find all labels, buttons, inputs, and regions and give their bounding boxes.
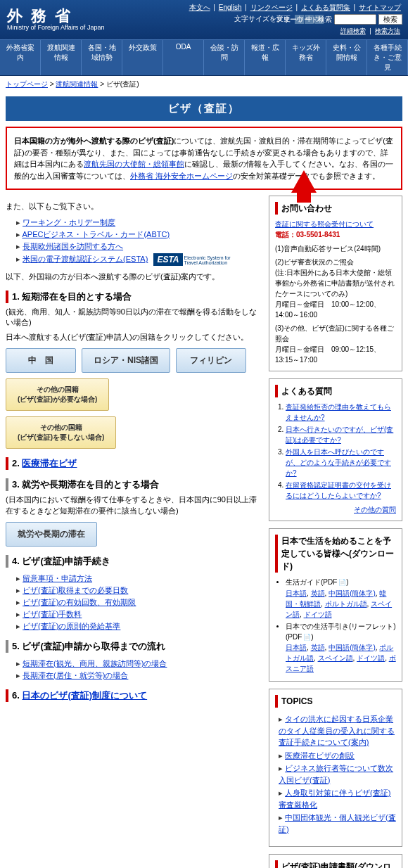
faq-link[interactable]: よくある質問集 xyxy=(301,4,350,11)
other-visa-exempt-button[interactable]: その他の国籍 (ビザ(査証)を要しない場合) xyxy=(6,416,116,449)
esta-link[interactable]: 米国の電子渡航認証システム(ESTA) xyxy=(23,255,148,263)
topics-box: TOPICS タイの洪水に起因する日系企業のタイ人従業員の受入れに関する査証手続… xyxy=(269,689,402,847)
bc-travel[interactable]: 渡航関連情報 xyxy=(56,80,98,88)
sec4-heading: 4. ビザ(査証)申請手続き xyxy=(6,555,262,568)
topics-items-3[interactable]: 人身取引対策に伴うビザ(査証)審査厳格化 xyxy=(279,789,390,809)
nav-item-0[interactable]: 外務省案内 xyxy=(0,40,41,75)
breadcrumb: トップページ > 渡航関連情報 > ビザ(査証) xyxy=(0,76,408,93)
nav-item-5[interactable]: 会談・訪問 xyxy=(204,40,245,75)
sidebar: お問い合わせ 査証に関する照会受付について 電話：03-5501-8431 (1… xyxy=(269,196,402,868)
search: フリーワード検索 検索 xyxy=(276,14,402,25)
english-link[interactable]: English xyxy=(219,4,242,11)
sec2-heading: 2. 医療滞在ビザ xyxy=(6,457,262,470)
russia-nis-button[interactable]: ロシア・NIS諸国 xyxy=(82,348,170,373)
work-longstay-button[interactable]: 就労や長期の滞在 xyxy=(6,522,97,547)
nav-item-3[interactable]: 外交政策 xyxy=(122,40,163,75)
sec4-links-1[interactable]: ビザ(査証)取得までの必要日数 xyxy=(23,586,128,594)
visa-system-link[interactable]: 日本のビザ(査証)制度について xyxy=(22,690,147,701)
sec3-heading: 3. 就労や長期滞在を目的とする場合 xyxy=(6,478,262,491)
dl1-1[interactable]: 英語 xyxy=(311,589,325,597)
other-visa-required-button[interactable]: その他の国籍 (ビザ(査証)が必要な場合) xyxy=(6,378,109,411)
topics-items-1[interactable]: 医療滞在ビザの創設 xyxy=(285,751,355,760)
search-button[interactable]: 検索 xyxy=(378,14,402,25)
dl1-4[interactable]: ポルトガル語 xyxy=(325,600,367,608)
sec4-links-4[interactable]: ビザ(査証)の原則的発給基準 xyxy=(23,622,120,630)
embassy-link[interactable]: 渡航先国の大使館・総領事館 xyxy=(84,160,184,168)
main-content: また、以下もご覧下さい。 ワーキング・ホリデー制度 APECビジネス・トラベル・… xyxy=(6,196,262,868)
sec4-links-3[interactable]: ビザ(査証)手数料 xyxy=(23,610,82,618)
sec5-links-0[interactable]: 短期滞在(観光、商用、親族訪問等)の場合 xyxy=(23,659,167,668)
sec6-heading: 6. 日本のビザ(査証)制度について xyxy=(6,689,262,702)
inquiry-box: お問い合わせ 査証に関する照会受付について 電話：03-5501-8431 (1… xyxy=(269,196,402,371)
dl1-6[interactable]: ドイツ語 xyxy=(304,611,332,618)
bc-top[interactable]: トップページ xyxy=(6,80,48,88)
notice-box: 日本国籍の方が海外へ渡航する際のビザ(査証)については、渡航先国・渡航目的・滞在… xyxy=(6,127,402,190)
intro-links: ワーキング・ホリデー制度 APECビジネス・トラベル・カード(ABTC) 長期欧… xyxy=(16,217,262,266)
topics-items-2[interactable]: ビジネス旅行者等について数次入国ビザ(査証) xyxy=(279,764,393,784)
site-logo-sub: Ministry of Foreign Affairs of Japan xyxy=(7,24,104,31)
working-holiday[interactable]: ワーキング・ホリデー制度 xyxy=(23,218,115,226)
topics-items-0[interactable]: タイの洪水に起因する日系企業のタイ人従業員の受入れに関する査証手続きについて(案… xyxy=(279,715,395,746)
search-input[interactable] xyxy=(334,14,376,25)
nav-item-9[interactable]: 各種手続き・ご意見 xyxy=(367,40,408,75)
sec5-links-1[interactable]: 長期滞在(居住・就労等)の場合 xyxy=(23,671,128,679)
faq-items-2[interactable]: 外国人を日本へ呼びたいのですが、どのような手続きが必要ですか? xyxy=(286,448,391,477)
download-box: 日本で生活を始めることを予定している皆様へ(ダウンロード) 生活ガイド(PDF)… xyxy=(269,528,402,682)
europe-visit[interactable]: 長期欧州諸国を訪問する方へ xyxy=(23,242,123,250)
nav-item-7[interactable]: キッズ外務省 xyxy=(286,40,326,75)
dl2-5[interactable]: ドイツ語 xyxy=(357,654,385,662)
search-help[interactable]: 検索方法 xyxy=(375,27,400,34)
faq-box: よくある質問 査証発給拒否の理由を教えてもらえませんか?日本へ行きたいのですが、… xyxy=(269,378,402,521)
sitemap-link[interactable]: サイトマップ xyxy=(359,4,401,11)
faq-items-3[interactable]: 在留資格認定証明書の交付を受けるにはどうしたらよいですか? xyxy=(286,481,391,499)
inquiry-link[interactable]: 査証に関する照会受付について xyxy=(275,220,374,228)
sec4-links-0[interactable]: 留意事項・申請方法 xyxy=(23,574,92,582)
medical-visa-link[interactable]: 医療滞在ビザ xyxy=(22,458,77,468)
nav-item-8[interactable]: 史料・公開情報 xyxy=(326,40,367,75)
sec5-heading: 5. ビザ(査証)申請から取得までの流れ xyxy=(6,640,262,653)
nav-item-2[interactable]: 各国・地域情勢 xyxy=(82,40,122,75)
nav-item-6[interactable]: 報道・広報 xyxy=(245,40,286,75)
apec-card[interactable]: APECビジネス・トラベル・カード(ABTC) xyxy=(22,230,170,238)
faq-more[interactable]: その他の質問 xyxy=(354,506,396,513)
dl2-4[interactable]: スペイン語 xyxy=(318,654,353,662)
docs-box: ビザ(査証)申請書類(ダウンロード) 査証申請書類一式(以下の項目すべて)(PD… xyxy=(269,854,402,868)
advanced-search[interactable]: 詳細検索 xyxy=(340,27,366,34)
sec1-heading: 1. 短期滞在を目的とする場合 xyxy=(6,291,262,303)
header-top-links: 本文へ | English | リンクページ | よくある質問集 | サイトマッ… xyxy=(188,3,402,13)
safety-link[interactable]: 外務省 海外安全ホームページ xyxy=(130,172,233,180)
philippines-button[interactable]: フィリピン xyxy=(176,348,246,373)
search-sub-links: 詳細検索 | 検索方法 xyxy=(338,27,402,36)
header: 外 務 省 Ministry of Foreign Affairs of Jap… xyxy=(0,0,408,39)
dl2-2[interactable]: 中国語(簡体字) xyxy=(329,644,376,651)
dl2-1[interactable]: 英語 xyxy=(311,644,325,651)
page-title: ビザ（査証） xyxy=(6,96,402,121)
china-button[interactable]: 中 国 xyxy=(6,348,76,373)
dl1-0[interactable]: 日本語 xyxy=(286,589,307,597)
nav-item-4[interactable]: ODA xyxy=(163,40,204,75)
dl1-2[interactable]: 中国語(簡体字) xyxy=(329,589,376,597)
arrow-icon xyxy=(291,170,317,193)
faq-items-1[interactable]: 日本へ行きたいのですが、ビザ(査証)は必要ですか? xyxy=(286,426,393,444)
link-page[interactable]: リンクページ xyxy=(250,4,293,11)
dl2-0[interactable]: 日本語 xyxy=(286,644,307,651)
sec4-links-2[interactable]: ビザ(査証)の有効回数、有効期限 xyxy=(23,598,136,606)
main-nav: 外務省案内渡航関連情報各国・地域情勢外交政策ODA会談・訪問報道・広報キッズ外務… xyxy=(0,39,408,76)
faq-items-0[interactable]: 査証発給拒否の理由を教えてもらえませんか? xyxy=(286,403,391,421)
nav-item-1[interactable]: 渡航関連情報 xyxy=(41,40,82,75)
skip-link[interactable]: 本文へ xyxy=(189,4,210,11)
topics-items-4[interactable]: 中国団体観光・個人観光ビザ(査証) xyxy=(279,813,396,834)
esta-badge: ESTAElectronic System forTravel Authoriz… xyxy=(153,253,230,266)
